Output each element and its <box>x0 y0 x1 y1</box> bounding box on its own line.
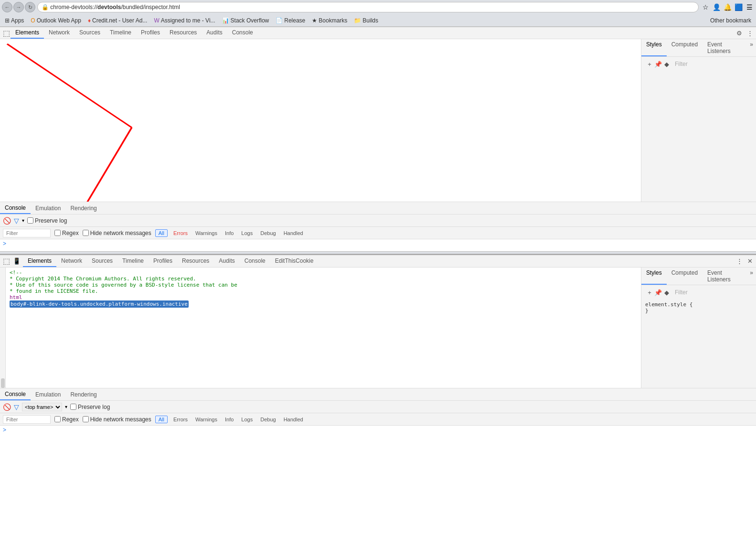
bottom-tab-sources[interactable]: Sources <box>87 256 117 267</box>
bottom-tab-timeline[interactable]: Timeline <box>117 256 149 267</box>
bookmark-star-icon[interactable]: ☆ <box>701 2 710 12</box>
inspect-element-bottom-icon[interactable]: ⬚ <box>2 257 11 266</box>
bottom-filter-warnings-btn[interactable]: Warnings <box>193 417 219 422</box>
console-prompt[interactable]: > <box>3 240 6 247</box>
bottom-console-tab-console[interactable]: Console <box>0 389 31 400</box>
devtools-settings-icon[interactable]: ⚙ <box>735 29 744 37</box>
bookmark-builds[interactable]: 📁 Builds <box>351 15 381 26</box>
right-tab-more[interactable]: » <box>747 39 756 56</box>
bottom-tab-resources[interactable]: Resources <box>177 256 214 267</box>
bookmark-outlook[interactable]: O Outlook Web App <box>28 15 84 26</box>
bookmark-stackoverflow[interactable]: 📊 Stack Overflow <box>219 15 272 26</box>
bookmark-creditnet[interactable]: ♦ Credit.net - User Ad... <box>85 15 150 26</box>
inspect-element-icon[interactable]: ⬚ <box>2 29 11 37</box>
bottom-tab-console[interactable]: Console <box>240 256 270 267</box>
tab-profiles[interactable]: Profiles <box>136 27 165 39</box>
bottom-filter-handled-btn[interactable]: Handled <box>282 417 305 422</box>
tab-audits[interactable]: Audits <box>202 27 227 39</box>
console-tab-console[interactable]: Console <box>0 203 31 214</box>
filter-handled-btn[interactable]: Handled <box>282 230 305 236</box>
bottom-dropdown-icon[interactable]: ▾ <box>65 404 67 409</box>
bottom-clear-icon[interactable]: 🚫 <box>3 403 11 411</box>
forward-button[interactable]: → <box>13 2 24 12</box>
bottom-tab-audits[interactable]: Audits <box>214 256 239 267</box>
bottom-filter-input[interactable] <box>3 415 51 424</box>
bottom-hide-network-checkbox[interactable] <box>83 416 89 422</box>
bottom-filter-icon[interactable]: ▽ <box>14 403 19 411</box>
tab-console[interactable]: Console <box>227 27 258 39</box>
tab-network[interactable]: Network <box>44 27 75 39</box>
bottom-right-tab-more[interactable]: » <box>747 268 756 285</box>
other-bookmarks[interactable]: Other bookmark <box>707 16 754 25</box>
tab-elements[interactable]: Elements <box>11 27 44 39</box>
bell-icon[interactable]: 🔔 <box>723 2 732 12</box>
bottom-filter-logs-btn[interactable]: Logs <box>239 417 255 422</box>
right-tab-styles[interactable]: Styles <box>641 39 667 56</box>
bottom-right-add-icon[interactable]: + <box>645 288 654 297</box>
bottom-close-icon[interactable]: ✕ <box>745 257 754 266</box>
bottom-filter-errors-btn[interactable]: Errors <box>171 417 190 422</box>
bottom-tab-editthiscookie[interactable]: EditThisCookie <box>270 256 319 267</box>
console-filter-icon[interactable]: ▽ <box>14 217 19 225</box>
right-filter-pin-icon[interactable]: 📌 <box>654 60 662 68</box>
console-tab-rendering[interactable]: Rendering <box>65 203 101 214</box>
bottom-filter-info-btn[interactable]: Info <box>223 417 235 422</box>
bottom-preserve-log-checkbox[interactable] <box>70 404 76 410</box>
menu-icon[interactable]: ☰ <box>745 2 754 12</box>
console-tab-emulation[interactable]: Emulation <box>31 203 65 214</box>
bottom-frame-selector[interactable]: <top frame> <box>22 403 62 411</box>
console-dropdown-icon[interactable]: ▾ <box>22 218 24 223</box>
bottom-settings-icon[interactable]: ⋮ <box>735 257 744 266</box>
preserve-log-checkbox[interactable] <box>27 217 33 224</box>
right-tab-computed[interactable]: Computed <box>667 39 703 56</box>
console-filter-input[interactable] <box>3 229 51 237</box>
bottom-hide-network-label[interactable]: Hide network messages <box>83 416 151 423</box>
bottom-filter-debug-btn[interactable]: Debug <box>258 417 277 422</box>
tab-timeline[interactable]: Timeline <box>105 27 136 39</box>
console-clear-icon[interactable]: 🚫 <box>3 217 11 225</box>
bottom-regex-label[interactable]: Regex <box>54 416 79 423</box>
bookmark-apps[interactable]: ⊞ Apps <box>2 15 27 26</box>
bottom-preserve-log-label[interactable]: Preserve log <box>70 404 110 410</box>
bottom-filter-all-btn[interactable]: All <box>155 416 168 423</box>
mobile-icon[interactable]: 📱 <box>12 257 21 266</box>
filter-logs-btn[interactable]: Logs <box>239 230 255 236</box>
user-icon[interactable]: 👤 <box>712 2 721 12</box>
tab-resources[interactable]: Resources <box>165 27 202 39</box>
bottom-console-prompt[interactable]: > <box>3 427 6 433</box>
bottom-regex-checkbox[interactable] <box>54 416 61 422</box>
bottom-console-tab-rendering[interactable]: Rendering <box>65 389 101 400</box>
devtools-more-icon[interactable]: ⋮ <box>745 29 754 37</box>
bottom-right-pin-icon[interactable]: 📌 <box>654 288 662 297</box>
bottom-right-tab-computed[interactable]: Computed <box>667 268 703 285</box>
filter-info-btn[interactable]: Info <box>223 230 235 236</box>
bottom-tab-profiles[interactable]: Profiles <box>149 256 177 267</box>
filter-all-btn[interactable]: All <box>155 229 168 237</box>
bottom-right-color-icon[interactable]: ◆ <box>662 288 671 297</box>
right-filter-add-icon[interactable]: + <box>645 60 654 68</box>
hide-network-checkbox[interactable] <box>83 230 89 236</box>
hide-network-label[interactable]: Hide network messages <box>83 230 151 236</box>
bottom-console-tab-emulation[interactable]: Emulation <box>31 389 65 400</box>
code-selected-element[interactable]: body#-blink-dev-tools.undocked.platform-… <box>10 300 189 308</box>
preserve-log-label[interactable]: Preserve log <box>27 217 67 224</box>
bottom-tab-network[interactable]: Network <box>56 256 87 267</box>
bottom-right-tab-styles[interactable]: Styles <box>641 268 667 285</box>
bookmark-bookmarks[interactable]: ★ Bookmarks <box>309 15 350 26</box>
regex-checkbox[interactable] <box>54 230 61 236</box>
bookmark-release[interactable]: 📄 Release <box>273 15 308 26</box>
reload-button[interactable]: ↻ <box>25 2 35 12</box>
back-button[interactable]: ← <box>2 2 12 12</box>
bottom-right-tab-events[interactable]: Event Listeners <box>703 268 747 285</box>
regex-label[interactable]: Regex <box>54 230 79 236</box>
right-tab-event-listeners[interactable]: Event Listeners <box>703 39 747 56</box>
address-bar[interactable]: 🔒 chrome-devtools://devtools/bundled/ins… <box>37 2 699 12</box>
right-filter-color-icon[interactable]: ◆ <box>662 60 671 68</box>
filter-warnings-btn[interactable]: Warnings <box>193 230 219 236</box>
tab-sources[interactable]: Sources <box>75 27 105 39</box>
bookmark-assigned[interactable]: W Assigned to me - Vi... <box>151 15 218 26</box>
bottom-tab-elements[interactable]: Elements <box>23 256 56 267</box>
profile-icon[interactable]: 🟦 <box>734 2 743 12</box>
filter-errors-btn[interactable]: Errors <box>171 230 190 236</box>
filter-debug-btn[interactable]: Debug <box>258 230 277 236</box>
